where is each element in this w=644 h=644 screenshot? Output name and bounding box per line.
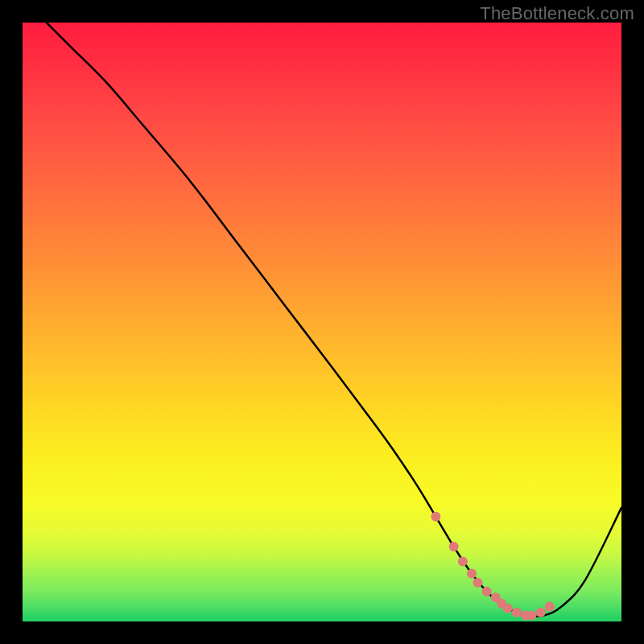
marker-dot	[467, 568, 477, 578]
optimal-region-markers	[431, 512, 554, 621]
bottleneck-curve	[47, 23, 621, 617]
plot-area	[23, 23, 621, 621]
marker-dot	[431, 512, 440, 522]
marker-dot	[512, 608, 522, 617]
marker-dot	[449, 542, 459, 551]
marker-dot	[526, 611, 536, 621]
marker-dot	[473, 578, 482, 588]
chart-svg	[23, 23, 621, 621]
marker-dot	[545, 601, 555, 611]
marker-dot	[503, 604, 513, 613]
marker-dot	[536, 608, 546, 617]
marker-dot	[458, 557, 468, 567]
chart-container: TheBottleneck.com	[0, 0, 644, 644]
marker-dot	[482, 587, 492, 597]
watermark-text: TheBottleneck.com	[480, 3, 634, 24]
